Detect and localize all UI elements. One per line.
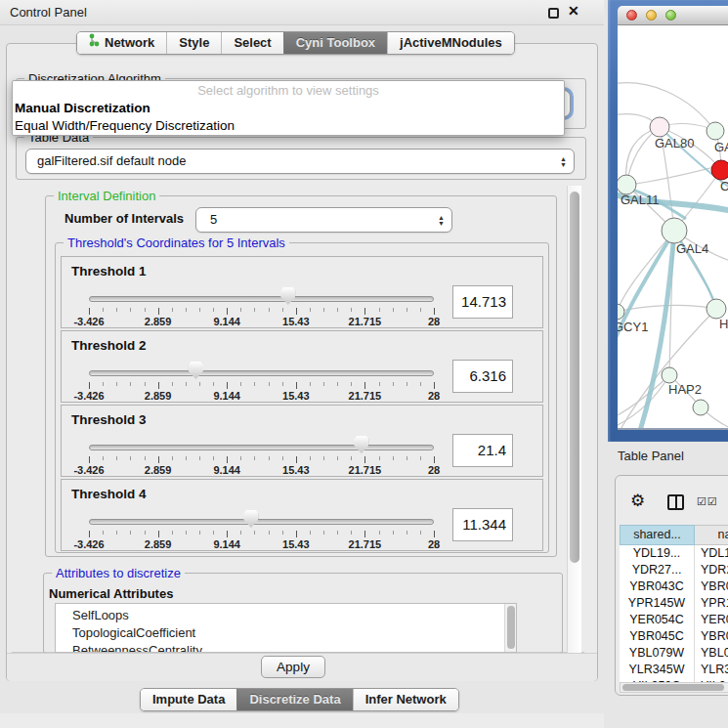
table-header-shared[interactable]: shared...: [620, 525, 695, 545]
float-window-icon[interactable]: [548, 8, 559, 19]
network-node-label: GAL80: [655, 136, 694, 150]
zoom-traffic-light-icon[interactable]: [665, 10, 676, 21]
threshold-slider-thumb[interactable]: [354, 436, 368, 453]
tab-style[interactable]: Style: [166, 32, 221, 54]
slider-tick: [227, 456, 228, 463]
algorithm-option-equal-width-frequency-discretization[interactable]: Equal Width/Frequency Discretization: [13, 117, 564, 135]
control-panel-title: Control Panel: [10, 5, 87, 20]
table-row[interactable]: YBL079WYBL0: [620, 645, 728, 662]
threshold-value-field[interactable]: 11.344: [452, 508, 513, 541]
tab-discretize-data[interactable]: Discretize Data: [236, 689, 352, 710]
table-row[interactable]: YLR345WYLR3: [620, 662, 728, 678]
close-icon[interactable]: ✕: [568, 3, 579, 19]
cell-name[interactable]: YER0: [695, 612, 728, 628]
settings-vertical-scrollbar[interactable]: [567, 186, 581, 653]
network-node-c[interactable]: [711, 160, 728, 180]
network-node-gal4[interactable]: [662, 218, 687, 243]
threshold-slider-track[interactable]: [89, 296, 434, 302]
slider-tick-label: -3.426: [60, 464, 118, 476]
algorithm-option-manual-discretization[interactable]: Manual Discretization: [13, 100, 564, 117]
attribute-list-item[interactable]: TopologicalCoefficient: [56, 624, 516, 642]
slider-tick: [337, 456, 338, 460]
attributes-list-scrollbar[interactable]: [504, 604, 516, 652]
table-row[interactable]: YDL19...YDL1: [620, 545, 728, 562]
cell-name[interactable]: YPR1: [695, 595, 728, 612]
slider-tick-label: 2.859: [129, 538, 188, 550]
gear-icon[interactable]: ⚙: [630, 492, 645, 509]
slider-tick: [158, 382, 159, 389]
tab-select[interactable]: Select: [221, 32, 282, 54]
network-node-hap2[interactable]: [662, 367, 677, 383]
columns-icon[interactable]: [667, 494, 684, 510]
cell-shared-name[interactable]: YDR27...: [620, 562, 695, 578]
slider-tick-label: 15.43: [267, 538, 325, 550]
table-header-name[interactable]: na: [695, 525, 728, 545]
network-canvas[interactable]: GAL80GACGAL11GAL4GCY1HHAP2: [618, 25, 728, 430]
minimize-traffic-light-icon[interactable]: [646, 10, 657, 21]
tab-network[interactable]: Network: [77, 32, 166, 54]
close-traffic-light-icon[interactable]: [626, 10, 637, 21]
cell-name[interactable]: YDL1: [695, 545, 728, 562]
threshold-panel: Threshold 4-3.4262.8599.14415.4321.71528…: [61, 479, 543, 551]
cell-name[interactable]: YBR0: [695, 578, 728, 595]
threshold-slider-track[interactable]: [89, 519, 434, 525]
slider-tick: [420, 382, 421, 386]
attribute-list-item[interactable]: SelfLoops: [56, 607, 516, 624]
slider-tick: [393, 456, 394, 460]
tab-infer-network[interactable]: Infer Network: [353, 689, 458, 710]
slider-tick: [240, 531, 241, 535]
network-window-titlebar[interactable]: [618, 6, 728, 25]
threshold-slider-thumb[interactable]: [280, 287, 295, 305]
threshold-slider-track[interactable]: [89, 370, 434, 376]
cell-name[interactable]: YLR3: [695, 662, 728, 678]
table-row[interactable]: YBR045CYBR0: [620, 628, 728, 645]
tab-impute-data[interactable]: Impute Data: [141, 689, 236, 710]
slider-tick: [323, 531, 324, 535]
cell-name[interactable]: YDR2: [695, 562, 728, 578]
cell-shared-name[interactable]: YER054C: [620, 612, 695, 628]
cell-shared-name[interactable]: YBL079W: [620, 645, 695, 662]
slider-tick: [213, 531, 214, 535]
table-data-select[interactable]: galFiltered.sif default node ▲▼: [25, 149, 575, 174]
network-node-h[interactable]: [707, 299, 726, 319]
network-node[interactable]: [693, 400, 708, 415]
scrollbar-thumb[interactable]: [570, 192, 579, 563]
tab-jactivemnodules[interactable]: jActiveMNodules: [387, 32, 514, 54]
tab-cyni-toolbox[interactable]: Cyni Toolbox: [283, 32, 387, 54]
table-row[interactable]: YER054CYER0: [620, 612, 728, 628]
number-of-intervals-select[interactable]: 5 ▲▼: [195, 207, 452, 233]
cell-shared-name[interactable]: YBR043C: [620, 578, 695, 595]
table-horizontal-scrollbar[interactable]: [620, 682, 728, 693]
table-row[interactable]: YBR043CYBR0: [620, 578, 728, 595]
cell-shared-name[interactable]: YPR145W: [620, 595, 695, 612]
threshold-slider-track[interactable]: [89, 445, 434, 450]
threshold-label: Threshold 2: [71, 338, 147, 353]
threshold-value-field[interactable]: 6.316: [452, 360, 513, 393]
apply-button[interactable]: Apply: [261, 656, 325, 678]
slider-tick: [351, 456, 352, 460]
cell-name[interactable]: YBR0: [695, 628, 728, 645]
network-node-gal80[interactable]: [650, 117, 669, 137]
cell-shared-name[interactable]: YLR345W: [620, 662, 695, 678]
cell-name[interactable]: YBL0: [695, 645, 728, 662]
cell-shared-name[interactable]: YBR045C: [620, 628, 695, 645]
checkbox-icons[interactable]: ☑☑: [697, 495, 718, 508]
slider-tick: [364, 382, 365, 389]
numerical-attributes-list[interactable]: SelfLoopsTopologicalCoefficientBetweenne…: [55, 603, 517, 653]
threshold-slider-thumb[interactable]: [189, 362, 203, 379]
threshold-value-field[interactable]: 14.713: [452, 285, 513, 319]
network-node-ga[interactable]: [707, 122, 724, 140]
table-row[interactable]: YDR27...YDR2: [620, 562, 728, 578]
slider-tick: [130, 382, 131, 386]
cell-shared-name[interactable]: YDL19...: [620, 545, 695, 562]
scrollbar-thumb[interactable]: [507, 606, 515, 649]
attribute-list-item[interactable]: BetweennessCentrality: [56, 642, 516, 653]
interval-definition-group-title: Interval Definition: [54, 189, 159, 203]
threshold-slider-thumb[interactable]: [243, 510, 258, 528]
slider-tick: [296, 382, 297, 389]
threshold-value-field[interactable]: 21.4: [452, 434, 513, 467]
tab-label: jActiveMNodules: [400, 32, 502, 54]
table-row[interactable]: YPR145WYPR1: [620, 595, 728, 612]
scrollbar-thumb[interactable]: [622, 684, 724, 691]
network-node-gal11[interactable]: [618, 175, 636, 194]
